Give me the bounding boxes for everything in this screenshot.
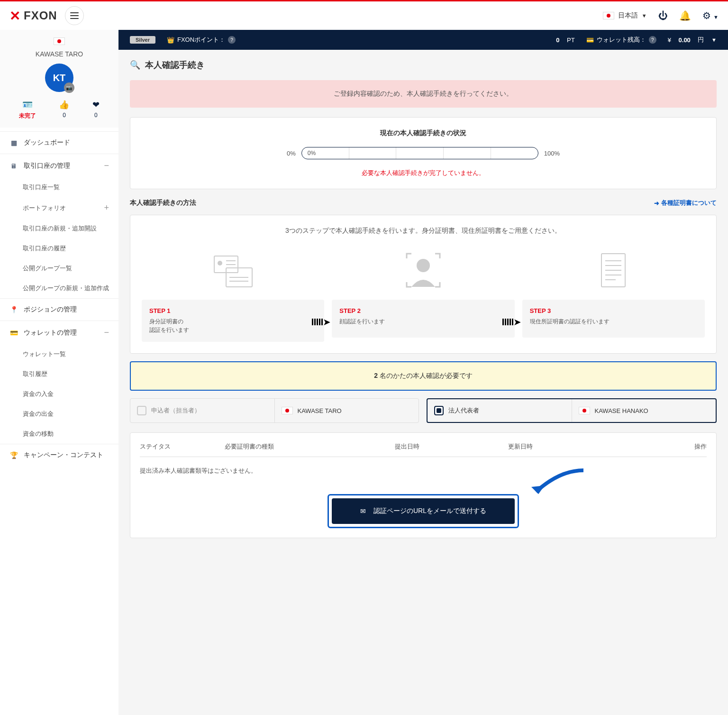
curved-arrow-icon <box>522 466 588 504</box>
section-title: 本人確認手続きの方法 <box>130 199 196 207</box>
nav-account-list[interactable]: 取引口座一覧 <box>0 177 118 197</box>
user-name: KAWASE TARO <box>8 50 111 58</box>
th-submitted: 提出日時 <box>395 442 508 451</box>
id-card-icon <box>209 251 257 289</box>
nav-deposit[interactable]: 資金の入金 <box>0 384 118 404</box>
envelope-icon: ✉ <box>360 507 366 515</box>
svg-point-1 <box>218 261 222 266</box>
silver-badge: Silver <box>130 36 155 44</box>
th-action: 操作 <box>622 442 707 451</box>
nav-group-list[interactable]: 公開グループ一覧 <box>0 258 118 278</box>
nav-portfolio[interactable]: ポートフォリオ+ <box>0 197 118 219</box>
nav-campaign[interactable]: 🏆キャンペーン・コンテスト <box>0 444 118 466</box>
th-status: ステイタス <box>140 442 225 451</box>
nav-wallet-list[interactable]: ウォレット一覧 <box>0 344 118 364</box>
nav-transfer[interactable]: 資金の移動 <box>0 424 118 444</box>
nav-new-group[interactable]: 公開グループの新規・追加作成 <box>0 278 118 298</box>
power-icon[interactable]: ⏻ <box>658 10 668 21</box>
progress-card: 現在の本人確認手続きの状況 0% 0% 100% 必要な本人確認手続きが完了して… <box>130 117 717 189</box>
page-title: 🔍 本人確認手続き <box>130 59 717 71</box>
checkbox-checked-icon <box>434 406 444 415</box>
step-2: STEP 2 顔認証を行います ➤ <box>332 247 514 342</box>
notice-banner: ご登録内容確認のため、本人確認手続きを行ってください。 <box>130 80 717 108</box>
nav-new-account[interactable]: 取引口座の新規・追加開設 <box>0 219 118 238</box>
th-updated: 更新日時 <box>508 442 621 451</box>
flag-jp-icon <box>579 407 590 414</box>
nav-account-history[interactable]: 取引口座の履歴 <box>0 238 118 258</box>
wallet-display: 💳 ウォレット残高： ? <box>586 36 656 44</box>
cert-info-link[interactable]: ➜各種証明書について <box>654 199 717 207</box>
bell-icon[interactable]: 🔔 <box>679 10 691 21</box>
camera-icon[interactable]: 📷 <box>64 82 74 93</box>
status-bar: Silver 👑 FXONポイント： ? 0 PT 💳 ウォレット残高： ? ¥… <box>118 30 728 50</box>
step-3: STEP 3 現住所証明書の認証を行います <box>522 247 705 342</box>
steps-card: 3つのステップで本人確認手続きを行います。身分証明書、現住所証明書をご用意くださ… <box>130 215 717 354</box>
help-icon[interactable]: ? <box>228 36 236 44</box>
gear-icon[interactable]: ⚙ ▼ <box>702 10 719 21</box>
person-search-icon: 🔍 <box>130 60 140 70</box>
nav-wallet-mgmt[interactable]: 💳ウォレットの管理 − <box>0 321 118 344</box>
checkbox-icon <box>137 406 146 415</box>
header: ✕FXON 日本語 ▼ ⏻ 🔔 ⚙ ▼ <box>0 1 728 30</box>
send-url-button[interactable]: ✉ 認証ページのURLをメールで送付する <box>332 498 515 524</box>
face-scan-icon <box>400 251 447 289</box>
flag-jp-icon <box>54 37 65 45</box>
th-type: 必要証明書の種類 <box>225 442 395 451</box>
progress-bar: 0% <box>301 147 538 159</box>
document-icon <box>590 251 637 289</box>
nav-dashboard[interactable]: ▦ダッシュボード <box>0 131 118 154</box>
flag-jp-icon <box>603 12 614 19</box>
language-selector[interactable]: 日本語 ▼ <box>603 11 647 20</box>
avatar[interactable]: KT 📷 <box>45 64 73 92</box>
documents-table: ステイタス 必要証明書の種類 提出日時 更新日時 操作 提出済み本人確認書類等は… <box>130 432 717 538</box>
wallet-balance[interactable]: ¥ 0.00 円 ▼ <box>668 36 717 44</box>
help-icon[interactable]: ? <box>649 36 656 44</box>
nav-account-mgmt[interactable]: 🖥取引口座の管理 − <box>0 154 118 177</box>
yellow-notice: 2 名のかたの本人確認が必要です <box>130 361 717 391</box>
sidebar: KAWASE TARO KT 📷 🪪 未完了 👍 0 ❤ 0 <box>0 30 118 715</box>
flag-jp-icon <box>282 407 293 414</box>
stat-verification[interactable]: 🪪 未完了 <box>19 100 36 120</box>
step-1: STEP 1 身分証明書の 認証を行います ➤ <box>142 247 324 342</box>
nav-tx-history[interactable]: 取引履歴 <box>0 364 118 384</box>
nav-withdraw[interactable]: 資金の出金 <box>0 404 118 424</box>
person-card-representative[interactable]: 法人代表者 KAWASE HANAKO <box>427 398 717 423</box>
nav-position-mgmt[interactable]: 📍ポジションの管理 <box>0 298 118 321</box>
logo[interactable]: ✕FXON <box>9 8 57 24</box>
person-card-applicant[interactable]: 申込者（担当者） KAWASE TARO <box>130 398 419 423</box>
svg-point-8 <box>417 259 430 272</box>
menu-toggle-button[interactable] <box>65 6 84 25</box>
stat-favorites[interactable]: ❤ 0 <box>92 100 100 120</box>
points-display: 👑 FXONポイント： ? <box>167 36 236 44</box>
empty-message: 提出済み本人確認書類等はございません。 <box>140 457 707 485</box>
stat-likes[interactable]: 👍 0 <box>59 100 69 120</box>
